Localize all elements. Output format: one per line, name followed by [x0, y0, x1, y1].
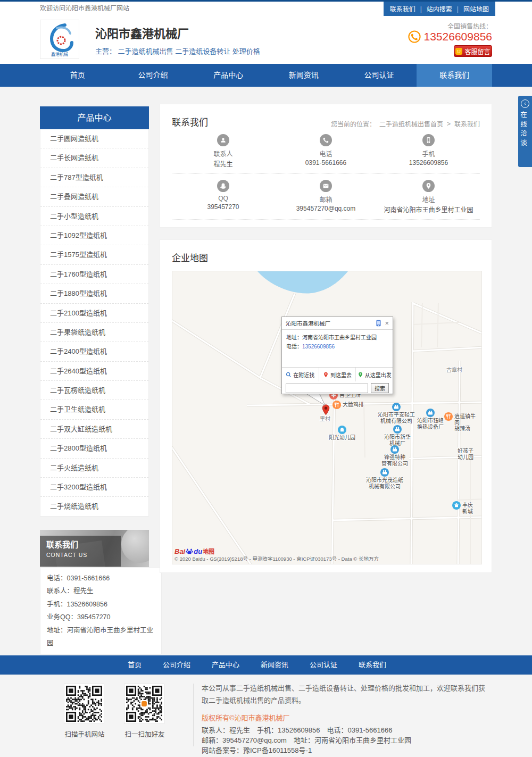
person-icon [217, 134, 229, 146]
contact-card-label: 邮箱 [275, 195, 377, 204]
contact-card-pin: 地址河南省沁阳市王曲乡里村工业园 [377, 180, 480, 214]
nav-item[interactable]: 首页 [40, 64, 115, 87]
product-category-link[interactable]: 二手卫生纸造纸机 [40, 400, 148, 419]
footer-nav-item[interactable]: 新闻资讯 [261, 655, 288, 675]
product-category-link[interactable]: 二手1760型造纸机 [40, 265, 148, 284]
footer-nav-item[interactable]: 联系我们 [359, 655, 386, 675]
map-poi[interactable]: 沁阳市钰峰 换热设备厂 [417, 409, 444, 430]
product-list: 二手圆网造纸机二手长网造纸机二手787型造纸机二手叠网造纸机二手小型造纸机二手1… [40, 129, 149, 517]
map-poi[interactable]: 里村 [320, 416, 330, 422]
product-category-link[interactable]: 二手长网造纸机 [40, 148, 148, 168]
online-chat-tab[interactable]: ‹ 在线洽谈 [518, 96, 532, 167]
product-category-link[interactable]: 二手小型造纸机 [40, 207, 148, 226]
topbar: 欢迎访问沁阳市鑫港机械厂网站 联系我们|站内搜索|网站地图 [0, 0, 532, 16]
footer-nav-item[interactable]: 公司认证 [310, 655, 337, 675]
product-category-link[interactable]: 二手叠网造纸机 [40, 187, 148, 206]
poi-label: 阳光幼儿园 [329, 435, 355, 441]
hotline-number: 13526609856 [424, 30, 492, 43]
hotline-label: 全国销售热线： [447, 21, 492, 30]
product-category-link[interactable]: 二手3200型造纸机 [40, 478, 148, 497]
breadcrumb-home-link[interactable]: 二手造纸机械出售首页 [379, 119, 443, 128]
product-category-link[interactable]: 二手烧纸造纸机 [40, 497, 148, 515]
poi-factory-icon [380, 468, 389, 477]
footer-icp-line: 网站备案号：豫ICP备16011558号-1 [202, 745, 492, 755]
infowindow-action[interactable]: 从这里出发 [355, 368, 393, 381]
footer-nav-item[interactable]: 产品中心 [212, 655, 239, 675]
send-to-phone-icon[interactable] [376, 320, 381, 327]
nav-item[interactable]: 联系我们 [417, 64, 492, 87]
infowindow-search-input[interactable] [286, 384, 368, 393]
product-category-link[interactable]: 二手2400型造纸机 [40, 342, 148, 361]
company-logo: 鑫港机械 [40, 20, 79, 59]
nav-item[interactable]: 公司介绍 [115, 64, 191, 87]
topbar-link[interactable]: 网站地图 [463, 4, 489, 13]
breadcrumb: 您当前的位置： 二手造纸机械出售首页 > 联系我们 [331, 119, 480, 128]
nav-item[interactable]: 新闻资讯 [266, 64, 342, 87]
breadcrumb-current: 联系我们 [454, 119, 480, 128]
product-category-link[interactable]: 二手2100型造纸机 [40, 304, 148, 323]
footer-nav-item[interactable]: 首页 [128, 655, 142, 675]
map-poi[interactable]: 沁阳市平安轻工 机械有限公司 [378, 403, 415, 424]
contact-card-qq: QQ395457270 [172, 180, 275, 214]
product-category-link[interactable]: 二手双大缸纸造纸机 [40, 420, 148, 439]
page: 欢迎访问沁阳市鑫港机械厂网站 联系我们|站内搜索|网站地图 鑫港机械 沁阳市鑫港… [0, 0, 532, 757]
product-category-link[interactable]: 二手果袋纸造纸机 [40, 323, 148, 342]
baidu-paw-icon [186, 547, 193, 555]
poi-factory-icon [392, 403, 401, 411]
map-poi[interactable]: 锋强特种 管有限公司 [381, 445, 408, 467]
infowindow-search-button[interactable]: 搜索 [371, 383, 389, 393]
sidebar-contact-line: 联系人：程先生 [47, 585, 155, 597]
sidebar-contact-line: 地址：河南省沁阳市王曲乡里村工业园 [47, 624, 155, 650]
infowindow-action-label: 在附近找 [293, 371, 314, 379]
map-poi[interactable]: 大脸鸡排 [332, 401, 364, 409]
infowindow-action[interactable]: 到这里去 [319, 368, 356, 381]
footer-nav: 首页公司介绍产品中心新闻资讯公司认证联系我们 [40, 655, 492, 675]
footer-description: 本公司从事二手造纸机械出售、二手造纸设备转让、处理价格的批发和加工，欢迎联系我们… [202, 682, 492, 706]
product-category-link[interactable]: 二手1575型造纸机 [40, 245, 148, 264]
footer-copyright: 版权所有©沁阳市鑫港机械厂 [202, 712, 492, 722]
infowindow-close-icon[interactable]: × [385, 320, 389, 327]
company-map[interactable]: 古章村吉卫生所大脸鸡排里村沁阳市平安轻工 机械有限公司沁阳市钰峰 换热设备厂逍遥… [172, 271, 482, 564]
product-category-link[interactable]: 二手瓦楞纸造纸机 [40, 381, 148, 400]
nav-item[interactable]: 产品中心 [190, 64, 266, 87]
map-poi[interactable]: 古章村 [446, 367, 462, 373]
contact-card-value: 13526609856 [377, 159, 480, 167]
contact-card-value: 河南省沁阳市王曲乡里村工业园 [377, 205, 480, 214]
product-category-link[interactable]: 二手1880型造纸机 [40, 284, 148, 303]
topbar-link[interactable]: 站内搜索 [427, 4, 452, 13]
infowindow-action[interactable]: 在附近找 [282, 368, 319, 381]
topbar-link[interactable]: 联系我们 [390, 4, 415, 13]
poi-label: 里村 [320, 416, 330, 422]
product-category-link[interactable]: 二手火纸造纸机 [40, 459, 148, 478]
map-poi[interactable]: 好孩子幼儿园 [458, 448, 473, 460]
pin-green-icon [358, 372, 363, 378]
map-poi[interactable]: 沁阳市新华 机械厂 [384, 425, 411, 446]
map-infowindow: 沁阳市鑫港机械厂 × 地址：河南省沁阳市王曲乡里村工业园 电话：13526609… [281, 317, 393, 394]
map-poi[interactable]: 阳光幼儿园 [329, 426, 355, 441]
qr-add-friend-label: 扫一扫加好友 [124, 729, 165, 739]
map-box: 企业地图 [160, 239, 492, 573]
map-poi[interactable]: 丰庆新城 [452, 501, 477, 514]
nav-item[interactable]: 公司认证 [342, 64, 417, 87]
map-poi[interactable]: 沁阳市光茂造纸 机械有限公司 [366, 468, 403, 489]
product-category-link[interactable]: 二手2640型造纸机 [40, 362, 148, 381]
poi-label: 沁阳市钰峰 换热设备厂 [417, 418, 444, 430]
product-category-link[interactable]: 二手1092型造纸机 [40, 226, 148, 245]
pin-icon [422, 180, 435, 192]
product-category-link[interactable]: 二手2800型造纸机 [40, 439, 148, 458]
product-category-link[interactable]: 二手圆网造纸机 [40, 129, 148, 148]
footer: 扫描手机网站 扫一扫加好友 本公司从事二手造纸机械出售、二手造纸设备转让、处理价… [0, 675, 532, 757]
customer-message-button[interactable]: 客服留言 [454, 45, 492, 57]
poi-factory-icon [426, 409, 435, 417]
poi-food-icon [444, 412, 453, 421]
pin-red-icon [323, 372, 329, 378]
contact-card-value: 395457270 [172, 203, 275, 211]
footer-nav-item[interactable]: 公司介绍 [163, 655, 190, 675]
company-location-marker[interactable] [322, 404, 330, 415]
contact-card-label: 地址 [377, 195, 480, 204]
poi-label: 沁阳市光茂造纸 机械有限公司 [366, 477, 403, 489]
product-category-link[interactable]: 二手787型造纸机 [40, 168, 148, 187]
poi-label: 锋强特种 管有限公司 [381, 454, 408, 467]
chevron-left-icon: ‹ [521, 99, 529, 108]
map-poi[interactable]: 逍遥镇牛肉 胡辣汤 [444, 412, 477, 432]
